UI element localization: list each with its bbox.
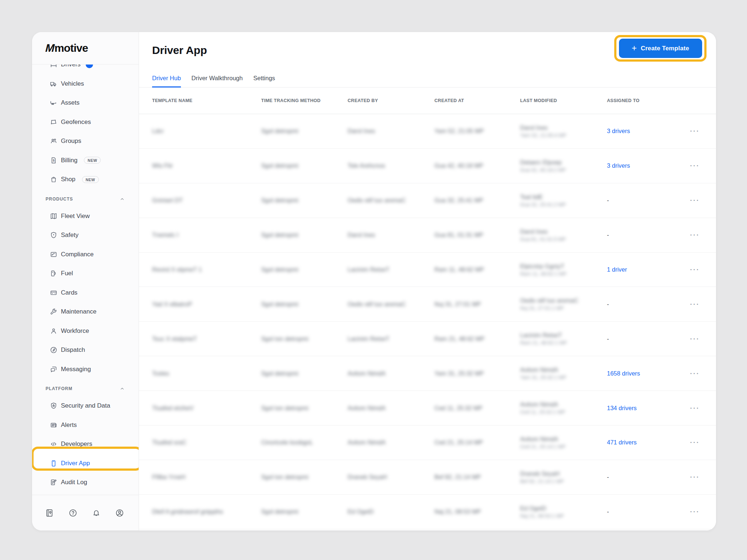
chat-bubbles-icon (49, 365, 58, 374)
row-menu-button[interactable]: ··· (686, 439, 704, 446)
assigned-none: - (607, 301, 609, 307)
sidebar-item-drivers[interactable]: Drivers (32, 65, 139, 74)
notification-badge (86, 65, 93, 68)
people-icon (49, 137, 58, 145)
assigned-none: - (607, 232, 609, 238)
sidebar-item-alerts[interactable]: Alerts (32, 416, 139, 435)
assigned-none: - (607, 474, 609, 480)
row-menu-button[interactable]: ··· (686, 405, 704, 412)
assigned-drivers-link[interactable]: 3 drivers (607, 128, 630, 134)
sidebar-item-messaging[interactable]: Messaging (32, 360, 139, 379)
sidebar-section-products[interactable]: PRODUCTS (32, 189, 139, 207)
column-header-created-by[interactable]: CREATED BY (348, 98, 434, 103)
chevron-up-icon[interactable] (120, 197, 125, 202)
column-header-time-tracking-method[interactable]: TIME TRACKING METHOD (261, 98, 348, 103)
motive-logo[interactable]: Mmotive (46, 42, 88, 54)
cell-time-tracking: Sgol detropmi (261, 197, 348, 204)
cell-created-by: Oediv elif tuo aremaC (348, 301, 434, 308)
cell-created-at: Yam 31, 25:32 MP (434, 370, 520, 377)
sidebar-item-shop[interactable]: Shop NEW (32, 170, 139, 189)
cell-created-at: Gua 42, 40:18 MP (434, 162, 520, 169)
svg-text:$: $ (53, 159, 55, 162)
user-circle-icon[interactable] (115, 508, 124, 518)
row-menu-button[interactable]: ··· (686, 370, 704, 377)
sidebar-item-dispatch[interactable]: Dispatch (32, 341, 139, 360)
cell-created-by: Lacinim RetseT (348, 335, 434, 342)
cell-assigned-to: - (607, 301, 686, 308)
trailer-icon (49, 98, 58, 107)
chevron-up-icon[interactable] (120, 386, 125, 391)
sidebar-item-safety[interactable]: Safety (32, 226, 139, 245)
tab-driver-walkthrough[interactable]: Driver Walkthrough (191, 75, 243, 88)
cell-last-modified: Draneb SeyaHBef 82, 21:14:1 MP (520, 470, 607, 484)
cell-created-by: Avitom NimdA (348, 439, 434, 446)
cell-assigned-to: 471 drivers (607, 439, 686, 446)
help-circle-icon[interactable] (68, 508, 78, 518)
row-menu-button[interactable]: ··· (686, 128, 704, 135)
cell-template-name: Tceles (152, 370, 261, 377)
cell-last-modified: Tsal tidEGua 32, 25:41:2 MP (520, 194, 607, 207)
assigned-drivers-link[interactable]: 3 drivers (607, 162, 630, 169)
cell-created-at: Yam 52, 21:05 MP (434, 128, 520, 135)
new-badge: NEW (82, 176, 99, 183)
sidebar-item-groups[interactable]: Groups (32, 132, 139, 151)
sidebar-item-audit-log[interactable]: Audit Log (32, 473, 139, 492)
cell-time-tracking: Sgol detropmi (261, 301, 348, 308)
row-menu-button[interactable]: ··· (686, 197, 704, 204)
cell-last-modified: Darol InesYam 52, 21:05:4 MP (520, 124, 607, 138)
bell-icon[interactable] (92, 508, 101, 518)
sidebar-nav: Drivers Vehicles Assets Geofences Groups (32, 65, 139, 495)
cell-template-name: Tsuc X etalpmeT (152, 335, 261, 342)
app-window: Mmotive Drivers Vehicles Assets Geofence… (32, 32, 716, 530)
sidebar-item-driver-app[interactable]: Driver App (32, 454, 139, 473)
sidebar-item-assets[interactable]: Assets (32, 93, 139, 113)
cell-last-modified: Avitom NimdACed 21, 25:14:1 MP (520, 436, 607, 450)
logo-text: motive (54, 42, 88, 54)
table-row: Tsuc X etalpmeT Sgol ton detropmi Lacini… (139, 322, 716, 356)
assigned-drivers-link[interactable]: 1 driver (607, 266, 627, 273)
sidebar-item-geofences[interactable]: Geofences (32, 113, 139, 132)
row-menu-button[interactable]: ··· (686, 232, 704, 238)
row-menu-button[interactable]: ··· (686, 266, 704, 273)
assigned-drivers-link[interactable]: 471 drivers (607, 439, 637, 446)
column-header-template-name[interactable]: TEMPLATE NAME (152, 98, 261, 103)
sidebar-section-platform[interactable]: PLATFORM (32, 379, 139, 396)
create-template-button[interactable]: + Create Template (619, 39, 702, 58)
column-header-assigned-to[interactable]: ASSIGNED TO (607, 98, 686, 103)
row-menu-button[interactable]: ··· (686, 162, 704, 169)
sidebar-item-maintenance[interactable]: Maintenance (32, 302, 139, 322)
sidebar-item-security-and-data[interactable]: Security and Data (32, 396, 139, 416)
sidebar-item-vehicles[interactable]: Vehicles (32, 74, 139, 94)
sidebar-item-fuel[interactable]: Fuel (32, 264, 139, 283)
sidebar-item-developers[interactable]: Developers (32, 435, 139, 454)
cell-assigned-to: 134 drivers (607, 405, 686, 412)
row-menu-button[interactable]: ··· (686, 301, 704, 308)
sidebar-item-workforce[interactable]: Workforce (32, 322, 139, 341)
document-pencil-icon (49, 478, 58, 487)
sidebar-item-cards[interactable]: Cards (32, 283, 139, 303)
sidebar-item-compliance[interactable]: Compliance (32, 245, 139, 264)
cell-assigned-to: 3 drivers (607, 162, 686, 169)
column-header-last-modified[interactable]: LAST MODIFIED (520, 98, 607, 103)
assigned-drivers-link[interactable]: 1658 drivers (607, 370, 640, 377)
cell-last-modified: Elpicnirp GgniyTRam 11, 48:62:1 MP (520, 263, 607, 277)
cell-template-name: Dleif A gnidrawrof gnippihs (152, 508, 261, 515)
sidebar-item-fleet-view[interactable]: Fleet View (32, 207, 139, 226)
column-header-created-at[interactable]: CREATED AT (434, 98, 520, 103)
assigned-none: - (607, 197, 609, 203)
assigned-drivers-link[interactable]: 134 drivers (607, 405, 637, 411)
cell-created-by: Avitom NimdA (348, 405, 434, 412)
fleet-guide-icon[interactable] (45, 508, 54, 518)
assigned-none: - (607, 335, 609, 342)
cell-time-tracking: Sgol detropmi (261, 162, 348, 169)
row-menu-button[interactable]: ··· (686, 335, 704, 342)
row-menu-button[interactable]: ··· (686, 474, 704, 481)
cell-template-name: Tluafed sraC (152, 439, 261, 446)
cell-template-name: Revird X elpmeT 1 (152, 266, 261, 273)
tab-driver-hub[interactable]: Driver Hub (152, 75, 181, 88)
table-body: Ldcr Sgol detropmi Darol Ines Yam 52, 21… (139, 114, 716, 529)
table-row: Tluafed sraC Cinortcele koobgoL Avitom N… (139, 425, 716, 460)
tab-settings[interactable]: Settings (253, 75, 275, 88)
row-menu-button[interactable]: ··· (686, 508, 704, 515)
sidebar-item-billing[interactable]: $ Billing NEW (32, 151, 139, 170)
